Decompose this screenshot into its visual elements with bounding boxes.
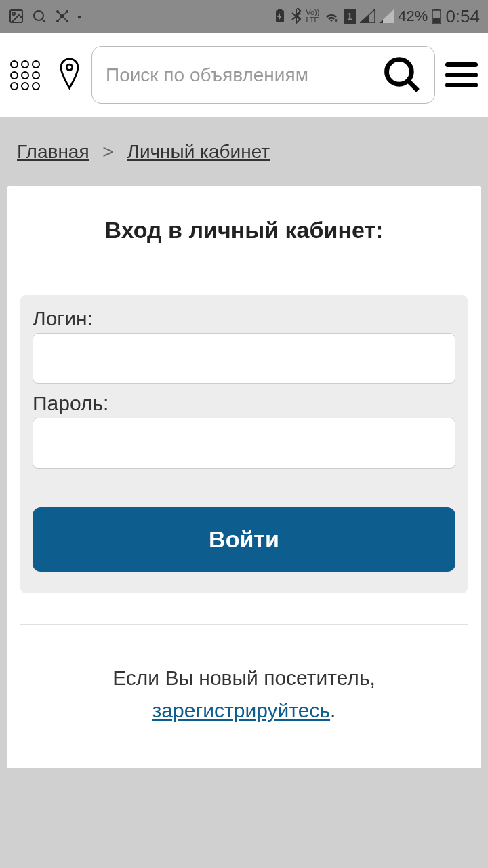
clock-time: 0:54 xyxy=(445,6,480,27)
signal1-icon xyxy=(360,9,375,23)
menu-icon[interactable] xyxy=(445,62,478,87)
svg-text:1: 1 xyxy=(347,11,352,22)
register-link[interactable]: зарегистрируйтесь xyxy=(152,699,331,722)
register-section: Если Вы новый посетитель, зарегистрируйт… xyxy=(20,625,468,768)
sim1-icon: 1 xyxy=(344,9,356,24)
register-suffix: . xyxy=(330,699,336,722)
battery-saver-icon xyxy=(273,9,287,24)
battery-percentage: 42% xyxy=(398,7,428,25)
breadcrumb-separator: > xyxy=(102,141,113,162)
wifi-icon xyxy=(323,9,340,23)
login-field[interactable] xyxy=(33,333,455,384)
svg-point-15 xyxy=(66,64,72,70)
login-label: Логин: xyxy=(33,307,455,330)
bluetooth-icon xyxy=(291,8,302,24)
svg-point-2 xyxy=(34,11,43,20)
svg-rect-9 xyxy=(278,9,282,11)
dot-icon: ● xyxy=(77,13,81,20)
status-bar: ● Vo)) LTE 1 42% 0:54 xyxy=(0,0,488,33)
image-icon xyxy=(8,8,24,24)
login-title: Вход в личный кабинет: xyxy=(20,186,468,271)
svg-point-1 xyxy=(12,12,15,15)
breadcrumb: Главная > Личный кабинет xyxy=(0,117,488,180)
svg-rect-14 xyxy=(433,18,440,23)
categories-icon[interactable] xyxy=(10,56,47,94)
search-box[interactable] xyxy=(92,46,435,104)
signal2-icon xyxy=(379,9,394,23)
login-form: Логин: Пароль: Войти xyxy=(20,295,468,593)
divider xyxy=(20,271,468,271)
network-icon xyxy=(54,8,70,24)
volte-indicator: Vo)) LTE xyxy=(306,9,319,24)
search-status-icon xyxy=(31,8,47,24)
register-prompt: Если Вы новый посетитель, xyxy=(113,667,375,689)
breadcrumb-home[interactable]: Главная xyxy=(17,141,89,162)
breadcrumb-current[interactable]: Личный кабинет xyxy=(127,141,270,162)
battery-icon xyxy=(432,8,441,24)
search-input[interactable] xyxy=(106,64,384,86)
divider xyxy=(20,768,468,768)
svg-point-16 xyxy=(387,60,412,85)
svg-rect-13 xyxy=(434,9,439,10)
password-label: Пароль: xyxy=(33,392,455,415)
search-icon[interactable] xyxy=(384,56,421,94)
password-field[interactable] xyxy=(33,418,455,469)
app-header xyxy=(0,33,488,117)
login-button[interactable]: Войти xyxy=(33,507,455,572)
location-pin-icon[interactable] xyxy=(58,57,81,94)
login-card: Вход в личный кабинет: Логин: Пароль: Во… xyxy=(7,186,481,768)
